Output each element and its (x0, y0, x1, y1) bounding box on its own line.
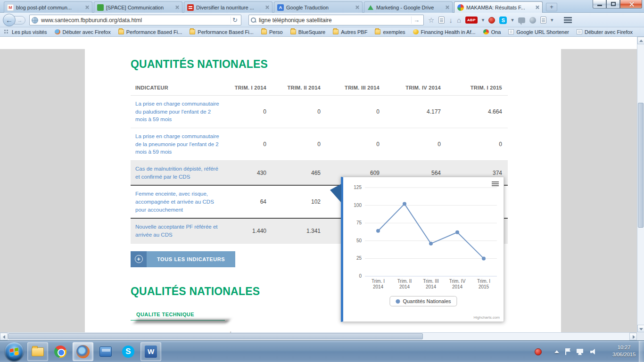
maximize-button[interactable] (606, 0, 620, 8)
tous-les-indicateurs-button[interactable]: + TOUS LES INDICATEURS (131, 251, 235, 267)
search-go-icon[interactable]: → (411, 16, 421, 24)
back-button[interactable]: ← (3, 14, 16, 26)
extension-circle-icon[interactable] (529, 17, 536, 24)
value-cell: 0 (272, 128, 326, 161)
chat-bubble-icon[interactable] (518, 17, 525, 23)
bookmark-folder-pbf1[interactable]: Performance Based Fi... (118, 29, 182, 35)
indicator-link[interactable]: La prise en charge communautaire du palu… (131, 96, 230, 128)
minimize-button[interactable] (593, 0, 606, 8)
forward-button[interactable]: → (14, 16, 25, 25)
tab-close-icon[interactable] (265, 5, 269, 9)
svg-text:25: 25 (356, 255, 362, 261)
column-header: GROUPEMENT D'AGENTS DE SANTÉ COMMUNAUTAI… (131, 325, 248, 332)
section-title-quantites: QUANTITÉS NATIONALES (131, 58, 561, 71)
search-input[interactable] (259, 17, 408, 24)
adblock-icon[interactable]: ABP (465, 16, 478, 24)
bookmark-les-plus-visites[interactable]: Les plus visités (4, 29, 47, 35)
window-controls (593, 0, 642, 8)
bookmark-url-shortener[interactable]: Google URL Shortener (508, 29, 569, 35)
svg-text:Trim. I2015: Trim. I2015 (477, 279, 490, 289)
table-row[interactable]: La prise en charge communautaire du palu… (131, 96, 508, 128)
value-cell: 4.177 (385, 96, 446, 128)
tab-pdf[interactable]: Diversifier la nourriture ... (184, 1, 272, 13)
new-tab-button[interactable]: + (546, 3, 557, 11)
bookmark-folder-perso[interactable]: Perso (261, 29, 283, 35)
tab-qualite-technique[interactable]: QUALITE TECHNIQUE (131, 308, 225, 321)
network-icon[interactable] (577, 349, 584, 355)
bookmark-folder-bluesquare[interactable]: BlueSquare (290, 29, 326, 35)
highcharts-credit[interactable]: Highcharts.com (473, 315, 500, 320)
taskbar-apps: S W (27, 342, 161, 361)
tab-space[interactable]: [SPACE] Communication (94, 1, 182, 13)
tab-translate[interactable]: A Google Traduction (274, 1, 363, 13)
vertical-scrollbar-thumb[interactable] (638, 103, 644, 228)
chart-legend[interactable]: Quantités Nationales (389, 296, 457, 306)
clipboard-icon[interactable] (540, 16, 546, 24)
start-button[interactable] (5, 342, 24, 361)
vertical-scrollbar[interactable] (637, 37, 644, 332)
tab-close-icon[interactable] (175, 5, 179, 9)
bookmark-debuter-firefox[interactable]: Débuter avec Firefox (55, 29, 111, 35)
bookmark-folder-exemples[interactable]: exemples (375, 29, 405, 35)
scroll-left-button[interactable] (0, 333, 8, 340)
search-icon[interactable] (251, 17, 256, 23)
url-text[interactable]: www.santecom.fbpburundi.org/data.html (41, 17, 228, 24)
bookmark-folder-autres-pbf[interactable]: Autres PBF (333, 29, 367, 35)
antivirus-tray-icon[interactable] (535, 348, 542, 355)
horizontal-scrollbar[interactable] (0, 332, 637, 340)
indicator-link[interactable]: Femme enceinte, avec risque, accompagnée… (131, 185, 230, 218)
indicator-link[interactable]: Nouvelle acceptante PF référée et arrivé… (131, 218, 230, 243)
search-bar[interactable]: → (248, 15, 424, 25)
tab-close-icon[interactable] (355, 5, 359, 9)
tab-gmail[interactable]: M blog post-pbf commun... (4, 1, 92, 13)
firefox-taskbar-button[interactable] (73, 342, 93, 361)
bookmark-debuter-firefox-2[interactable]: Débuter avec Firefox (577, 29, 633, 35)
home-icon[interactable]: ⌂ (457, 15, 461, 25)
bookmark-label: Ona (491, 29, 501, 35)
table-row[interactable]: La prise en charge communautaire de la p… (131, 128, 508, 161)
toolbar-caret-icon[interactable]: ▾ (551, 17, 553, 23)
skype-toolbar-icon[interactable]: S (499, 16, 507, 24)
skype-caret-icon[interactable]: ▾ (511, 17, 514, 23)
system-tray (535, 341, 597, 362)
adblock-caret-icon[interactable]: ▾ (482, 17, 485, 23)
tab-close-icon[interactable] (85, 5, 89, 9)
volume-icon[interactable] (590, 349, 597, 354)
value-cell: 0 (326, 96, 385, 128)
bookmark-folder-pbf2[interactable]: Performance Based Fi... (190, 29, 254, 35)
scroll-up-button[interactable] (637, 37, 644, 44)
tab-makamba-active[interactable]: MAKAMBA: Résultats F... (454, 1, 543, 13)
explorer-taskbar-button[interactable] (27, 342, 48, 361)
bookmarks-panel-icon[interactable] (438, 16, 445, 24)
taskbar-clock[interactable]: 10:27 3/06/2015 (612, 344, 636, 358)
tab-drive[interactable]: Marketing - Google Drive (364, 1, 453, 13)
bookmark-ona[interactable]: Ona (483, 29, 501, 35)
scroll-down-button[interactable] (637, 325, 644, 332)
windows-taskbar: S W 10:27 3/06/2015 (0, 340, 644, 362)
antivirus-icon[interactable] (488, 17, 495, 24)
value-cell: 102 (272, 185, 326, 218)
indicator-link[interactable]: Cas de malnutrition dépisté, référé et c… (131, 161, 230, 186)
tab-close-icon[interactable] (445, 5, 449, 9)
close-button[interactable] (620, 0, 642, 8)
menu-icon[interactable] (564, 17, 572, 23)
show-desktop-button[interactable] (639, 341, 644, 362)
url-bar[interactable]: www.santecom.fbpburundi.org/data.html ↻ (29, 15, 241, 25)
tab-close-icon[interactable] (535, 5, 539, 9)
close-icon (629, 1, 634, 7)
chrome-taskbar-button[interactable] (50, 342, 71, 361)
bookmark-financing-health[interactable]: Financing Health in Af... (413, 29, 476, 35)
value-cell: 0 (326, 128, 385, 161)
action-center-icon[interactable] (565, 348, 570, 355)
downloads-icon[interactable]: ↓ (449, 15, 453, 25)
chart-menu-icon[interactable] (492, 181, 499, 187)
word-taskbar-button[interactable]: W (140, 342, 161, 361)
hidden-icons-arrow[interactable] (554, 350, 559, 353)
reload-icon[interactable]: ↻ (231, 16, 239, 24)
scroll-right-button[interactable] (629, 333, 637, 340)
bookmark-star-icon[interactable]: ☆ (428, 15, 434, 25)
horizontal-scrollbar-thumb[interactable] (8, 333, 423, 339)
app-taskbar-button[interactable] (95, 342, 116, 361)
indicator-link[interactable]: La prise en charge communautaire de la p… (131, 128, 230, 161)
skype-taskbar-button[interactable]: S (118, 342, 139, 361)
